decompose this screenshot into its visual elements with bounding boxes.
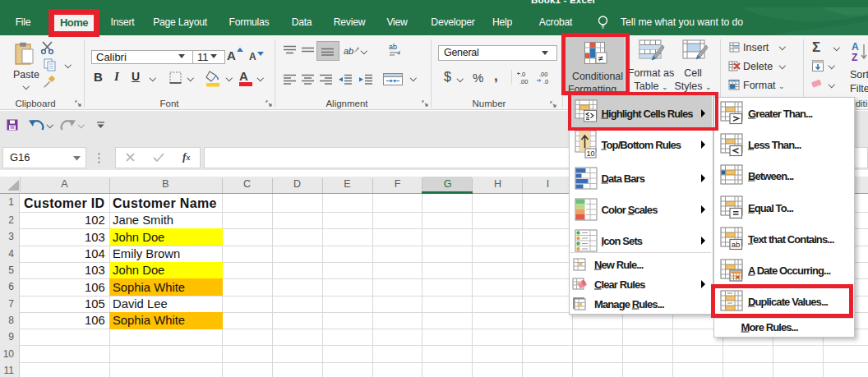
svg-text:ab: ab — [732, 240, 741, 249]
svg-text:.0: .0 — [543, 78, 548, 85]
svg-text:.00: .00 — [519, 78, 528, 85]
svg-text:A: A — [852, 41, 859, 53]
svg-text:ab: ab — [389, 43, 397, 51]
svg-text:Z: Z — [852, 52, 857, 62]
svg-text:10: 10 — [587, 149, 595, 158]
svg-text:ab: ab — [344, 46, 353, 56]
